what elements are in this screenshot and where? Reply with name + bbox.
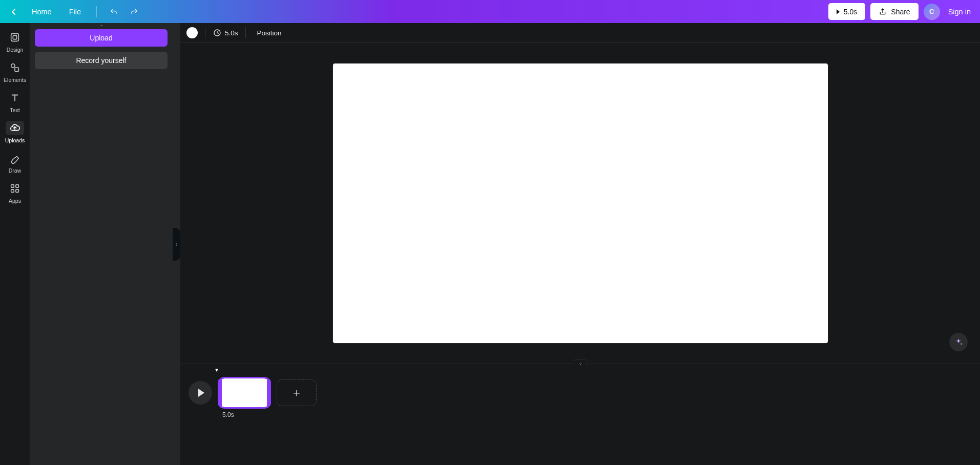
chevron-left-icon: ‹ (176, 241, 178, 248)
header-left-group: Home File (6, 3, 143, 20)
toolbar-divider (245, 27, 246, 38)
rail-item-label: Elements (4, 77, 26, 83)
plus-icon: ＋ (291, 385, 302, 400)
avatar-initial: C (929, 8, 934, 15)
toolbar-divider (205, 27, 205, 38)
rail-item-uploads[interactable]: Uploads (0, 117, 30, 147)
canvas-toolbar: 5.0s Position (180, 23, 980, 43)
home-link[interactable]: Home (25, 5, 59, 19)
svg-point-2 (11, 64, 15, 67)
timeline-clip[interactable]: 5.0s (219, 378, 269, 407)
rail-item-label: Design (7, 47, 24, 53)
share-icon (879, 8, 887, 16)
share-button-label: Share (891, 8, 910, 16)
chevron-down-icon: ⌄ (578, 360, 582, 366)
timeline-collapse-button[interactable]: ⌄ (574, 359, 587, 366)
undo-button[interactable] (105, 3, 122, 20)
svg-rect-5 (16, 184, 19, 187)
sparkle-icon (954, 337, 963, 347)
canvas-area: 5.0s Position ⌄ ▾ 5.0s (180, 23, 980, 465)
canvas-stage (180, 43, 980, 364)
apps-icon (9, 183, 20, 194)
play-triangle-icon (198, 389, 204, 397)
play-triangle-icon (837, 9, 840, 14)
panel-collapse-grip: ‹ (173, 23, 180, 465)
rail-item-elements[interactable]: Elements (0, 56, 30, 87)
panel-drag-handle-icon[interactable]: ⌃ (99, 24, 103, 30)
svg-rect-7 (16, 189, 19, 192)
play-button[interactable] (189, 381, 212, 405)
design-icon (9, 32, 20, 43)
rail-item-text[interactable]: Text (0, 87, 30, 117)
file-menu[interactable]: File (62, 5, 88, 19)
undo-icon (109, 7, 118, 16)
svg-rect-6 (11, 189, 14, 192)
duration-button-toolbar-label: 5.0s (225, 29, 238, 37)
redo-icon (130, 7, 139, 16)
rail-item-draw[interactable]: Draw (0, 147, 30, 177)
app-header: Home File 5.0s Share C Sign in (0, 0, 980, 23)
clip-trim-handle-right[interactable] (267, 378, 271, 407)
text-icon (9, 92, 20, 103)
svg-rect-1 (13, 35, 16, 39)
timeline-row: 5.0s ＋ (189, 378, 972, 407)
page-background-color[interactable] (186, 27, 198, 38)
clock-icon (213, 28, 222, 37)
record-yourself-button[interactable]: Record yourself (35, 52, 168, 69)
add-page-button[interactable]: ＋ (277, 379, 317, 406)
design-page[interactable] (333, 64, 828, 343)
clip-duration-label: 5.0s (222, 411, 234, 418)
timeline: ⌄ ▾ 5.0s ＋ (180, 364, 980, 465)
uploads-icon (9, 122, 20, 134)
back-button[interactable] (6, 4, 22, 19)
upload-button[interactable]: Upload (35, 29, 168, 47)
timeline-playhead-marker-icon[interactable]: ▾ (215, 366, 218, 373)
rail-item-apps[interactable]: Apps (0, 177, 30, 207)
duration-button-header-label: 5.0s (844, 8, 857, 16)
chevron-left-icon (10, 8, 18, 16)
header-right-group: 5.0s Share C Sign in (828, 3, 974, 20)
position-button[interactable]: Position (253, 27, 286, 39)
panel-collapse-button[interactable]: ‹ (173, 228, 180, 261)
svg-rect-3 (15, 68, 18, 71)
rail-item-design[interactable]: Design (0, 26, 30, 56)
rail-item-label: Uploads (5, 137, 25, 143)
rail-item-label: Text (10, 107, 19, 113)
duration-button-toolbar[interactable]: 5.0s (213, 28, 238, 37)
canva-assistant-fab[interactable] (949, 333, 968, 351)
avatar[interactable]: C (924, 4, 940, 20)
redo-button[interactable] (126, 3, 143, 20)
rail-item-label: Draw (9, 167, 22, 174)
share-button[interactable]: Share (870, 3, 918, 20)
draw-icon (9, 153, 20, 164)
app-body: Design Elements Text Uploads Draw Apps ⌃… (0, 23, 980, 465)
clip-trim-handle-left[interactable] (218, 378, 222, 407)
header-divider (96, 6, 97, 17)
signin-link[interactable]: Sign in (948, 8, 971, 16)
svg-rect-4 (11, 184, 14, 187)
rail-item-label: Apps (9, 198, 21, 204)
duration-button-header[interactable]: 5.0s (828, 3, 865, 20)
uploads-panel: ⌃ Upload Record yourself ⌃ (30, 23, 173, 465)
side-rail: Design Elements Text Uploads Draw Apps (0, 23, 30, 465)
svg-rect-0 (11, 33, 19, 41)
elements-icon (9, 62, 20, 73)
